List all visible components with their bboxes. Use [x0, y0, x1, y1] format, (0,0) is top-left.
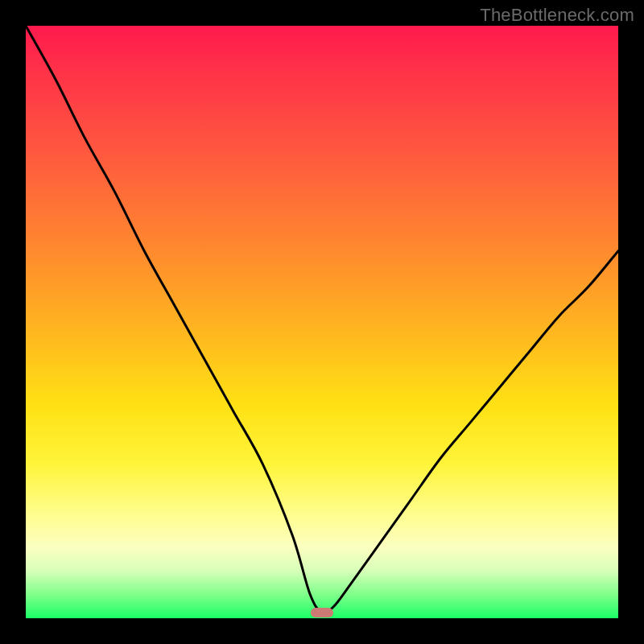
plot-area	[26, 26, 618, 618]
chart-frame: TheBottleneck.com	[0, 0, 644, 644]
bottleneck-curve	[26, 26, 618, 618]
watermark-text: TheBottleneck.com	[480, 5, 634, 26]
minimum-marker	[311, 608, 333, 617]
